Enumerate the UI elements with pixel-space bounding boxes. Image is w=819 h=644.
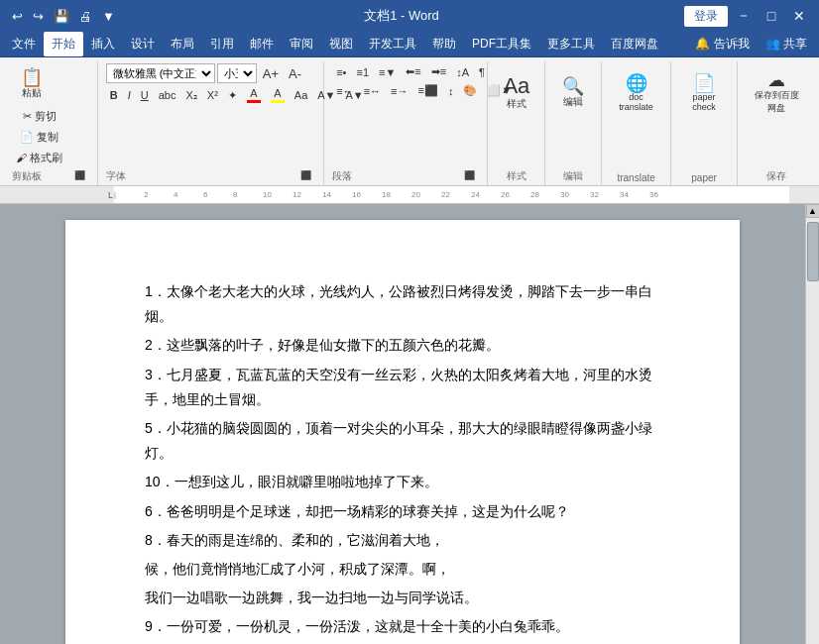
styles-button[interactable]: Aa 样式: [496, 63, 536, 123]
font-color-btn[interactable]: A: [243, 85, 265, 105]
paragraph-label: 段落: [332, 169, 352, 183]
font-row1: 微软雅黑 (中文正文) 小五 A+ A-: [106, 63, 315, 83]
close-button[interactable]: ✕: [787, 4, 811, 28]
ribbon-translate-group: 🌐 doc translate translate: [602, 61, 670, 185]
show-marks-btn[interactable]: ¶: [475, 64, 489, 80]
bullet-list-btn[interactable]: ≡•: [332, 64, 350, 80]
font-size-input-btn[interactable]: Aa: [291, 87, 311, 103]
edit-group-label: 编辑: [563, 169, 583, 183]
scroll-thumb[interactable]: [807, 222, 819, 281]
font-label: 字体: [106, 169, 126, 183]
menu-view[interactable]: 视图: [321, 32, 361, 56]
paste-button[interactable]: 📋 粘贴: [12, 63, 52, 105]
doc-line-5: 10．一想到这儿，眼泪就噼里啪啦地掉了下来。: [145, 470, 660, 494]
clipboard-label: 剪贴板: [12, 169, 42, 183]
title-bar-left: ↩ ↪ 💾 🖨 ▼: [8, 7, 119, 26]
doc-line-6: 6．爸爸明明是个足球迷，却把一场精彩的球赛关掉，这是为什么呢？: [145, 499, 660, 524]
align-right-btn[interactable]: ≡→: [387, 83, 411, 99]
font-controls: 微软雅黑 (中文正文) 小五 A+ A- B I U abc X₂ X² ✦: [106, 63, 315, 105]
save-baidu-button[interactable]: ☁ 保存到百度网盘: [746, 63, 807, 123]
menu-review[interactable]: 审阅: [282, 32, 321, 56]
print-quick-btn[interactable]: 🖨: [75, 7, 96, 26]
menu-design[interactable]: 设计: [123, 32, 163, 56]
redo-btn[interactable]: ↪: [29, 7, 48, 26]
copy-button[interactable]: 📄 复制: [12, 128, 66, 147]
font-color-icon: A: [250, 87, 257, 99]
ribbon-save-group: ☁ 保存到百度网盘 保存: [738, 61, 815, 185]
style-group-label: 样式: [507, 169, 526, 183]
menu-help[interactable]: 帮助: [424, 32, 464, 56]
minimize-button[interactable]: －: [732, 4, 756, 28]
menu-share[interactable]: 👥 共享: [758, 32, 815, 56]
menu-mail[interactable]: 邮件: [242, 32, 282, 56]
para-row2: ≡← ≡↔ ≡→ ≡⬛ ↕ 🎨 ⬜▼: [332, 82, 479, 99]
shading-btn[interactable]: 🎨: [459, 82, 481, 99]
increase-indent-btn[interactable]: ➡≡: [427, 63, 450, 80]
ribbon-editing-group: 🔍 编辑 编辑: [545, 61, 602, 185]
ruler-2: 2: [144, 190, 148, 199]
doc-translate-button[interactable]: 🌐 doc translate: [610, 63, 661, 123]
numbered-list-btn[interactable]: ≡1: [352, 64, 373, 80]
clipboard-expand[interactable]: ⬛: [70, 168, 89, 182]
subscript-button[interactable]: X₂: [181, 87, 200, 104]
superscript-button[interactable]: X²: [203, 87, 222, 103]
format-painter-button[interactable]: 🖌 格式刷: [12, 149, 66, 167]
align-center-btn[interactable]: ≡↔: [360, 83, 385, 99]
clear-format-btn[interactable]: ✦: [224, 87, 241, 104]
strikethrough-button[interactable]: abc: [155, 87, 180, 103]
paper-check-button[interactable]: 📄 paper check: [679, 63, 729, 123]
menu-file[interactable]: 文件: [4, 32, 44, 56]
font-size-select[interactable]: 小五: [217, 63, 257, 83]
menu-pdf[interactable]: PDF工具集: [464, 32, 539, 56]
multi-level-list-btn[interactable]: ≡▼: [375, 64, 400, 80]
menu-insert[interactable]: 插入: [83, 32, 123, 56]
font-shrink-btn[interactable]: A-: [285, 64, 305, 83]
underline-button[interactable]: U: [137, 87, 153, 103]
paper-group-label: paper: [691, 172, 717, 183]
menu-baidu[interactable]: 百度网盘: [603, 32, 666, 56]
ruler-12: 12: [292, 190, 301, 199]
cut-button[interactable]: ✂ 剪切: [12, 107, 66, 126]
ruler-28: 28: [530, 190, 539, 199]
login-button[interactable]: 登录: [684, 6, 728, 27]
menu-dev[interactable]: 开发工具: [361, 32, 424, 56]
paste-label: 粘贴: [22, 86, 42, 100]
editing-button[interactable]: 🔍 编辑: [553, 63, 593, 123]
align-left-btn[interactable]: ≡←: [332, 83, 357, 99]
menu-layout[interactable]: 布局: [163, 32, 202, 56]
paper-check-label: paper check: [686, 92, 722, 112]
document-title: 文档1 - Word: [364, 8, 439, 23]
line-spacing-btn[interactable]: ↕: [444, 83, 458, 99]
italic-button[interactable]: I: [124, 87, 135, 103]
para-row1: ≡• ≡1 ≡▼ ⬅≡ ➡≡ ↕A ¶: [332, 63, 479, 80]
menu-bar: 文件 开始 插入 设计 布局 引用 邮件 审阅 视图 开发工具 帮助 PDF工具…: [0, 32, 819, 57]
ruler-mark-l: L: [108, 190, 113, 200]
paragraph-expand[interactable]: ⬛: [460, 168, 479, 182]
doc-line-8: 候，他们竟悄悄地汇成了小河，积成了深潭。啊，: [145, 557, 660, 582]
undo-btn[interactable]: ↩: [8, 7, 27, 26]
maximize-button[interactable]: □: [760, 4, 783, 28]
save-quick-btn[interactable]: 💾: [50, 7, 73, 26]
ribbon-paragraph-group: ≡• ≡1 ≡▼ ⬅≡ ➡≡ ↕A ¶ ≡← ≡↔ ≡→ ≡⬛ ↕ 🎨 ⬜▼: [324, 61, 488, 185]
font-name-select[interactable]: 微软雅黑 (中文正文): [106, 63, 215, 83]
title-bar-right: 登录 － □ ✕: [684, 4, 811, 28]
vertical-scrollbar[interactable]: ▲ ▼: [805, 204, 819, 644]
font-row2: B I U abc X₂ X² ✦ A A Aa A: [106, 85, 315, 105]
highlight-btn[interactable]: A: [267, 85, 289, 105]
decrease-indent-btn[interactable]: ⬅≡: [402, 63, 424, 80]
menu-notify[interactable]: 🔔 告诉我: [687, 32, 757, 56]
sort-btn[interactable]: ↕A: [452, 64, 473, 80]
font-grow-btn[interactable]: A+: [259, 64, 283, 83]
bold-button[interactable]: B: [106, 87, 122, 103]
font-expand[interactable]: ⬛: [296, 168, 315, 182]
ruler-34: 34: [620, 190, 629, 199]
menu-home[interactable]: 开始: [44, 32, 83, 56]
more-quick-btn[interactable]: ▼: [98, 7, 119, 26]
menu-more[interactable]: 更多工具: [539, 32, 603, 56]
scroll-up-btn[interactable]: ▲: [806, 204, 820, 218]
document-scroll-area[interactable]: 1．太像个老大老大的火球，光线灼人，公路被烈日烤得发烫，脚踏下去一步一串白烟。 …: [0, 204, 805, 644]
justify-btn[interactable]: ≡⬛: [413, 82, 441, 99]
menu-reference[interactable]: 引用: [202, 32, 242, 56]
ruler: L | 2 4 6 8 10 12 14 16 18 20 22 24 26 2…: [0, 186, 819, 204]
styles-content: Aa 样式: [496, 63, 536, 123]
